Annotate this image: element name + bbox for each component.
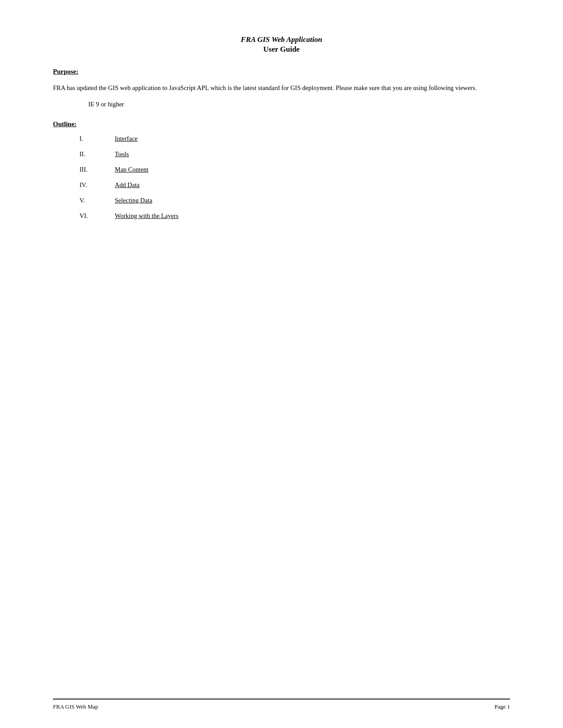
page-footer: FRA GIS Web Map Page 1 (53, 698, 510, 710)
footer-right: Page 1 (495, 703, 510, 710)
list-item: VI. Working with the Layers (79, 212, 510, 220)
purpose-paragraph: FRA has updated the GIS web application … (53, 83, 510, 94)
list-item: III. Map Content (79, 166, 510, 173)
outline-list: I. Interface II. Tools III. Map Content … (79, 135, 510, 220)
outline-link-working-layers[interactable]: Working with the Layers (115, 212, 178, 220)
document-title: FRA GIS Web Application (53, 35, 510, 44)
outline-numeral-2: II. (79, 150, 115, 158)
outline-numeral-4: IV. (79, 181, 115, 189)
list-item: I. Interface (79, 135, 510, 143)
purpose-heading: Purpose: (53, 68, 510, 75)
list-item: II. Tools (79, 150, 510, 158)
footer-left: FRA GIS Web Map (53, 703, 98, 710)
list-item: V. Selecting Data (79, 197, 510, 204)
document-header: FRA GIS Web Application User Guide (53, 35, 510, 54)
outline-numeral-1: I. (79, 135, 115, 143)
outline-numeral-5: V. (79, 197, 115, 204)
document-subtitle: User Guide (53, 45, 510, 54)
outline-link-interface[interactable]: Interface (115, 135, 138, 143)
browser-requirement: IE 9 or higher (88, 101, 510, 108)
outline-link-tools[interactable]: Tools (115, 150, 129, 158)
outline-heading: Outline: (53, 120, 510, 128)
page: FRA GIS Web Application User Guide Purpo… (0, 0, 563, 728)
list-item: IV. Add Data (79, 181, 510, 189)
outline-link-add-data[interactable]: Add Data (115, 181, 140, 189)
outline-link-selecting-data[interactable]: Selecting Data (115, 197, 152, 204)
outline-numeral-6: VI. (79, 212, 115, 220)
outline-section: Outline: I. Interface II. Tools III. Map… (53, 120, 510, 220)
outline-link-map-content[interactable]: Map Content (115, 166, 148, 173)
outline-numeral-3: III. (79, 166, 115, 173)
purpose-section: Purpose: FRA has updated the GIS web app… (53, 68, 510, 108)
